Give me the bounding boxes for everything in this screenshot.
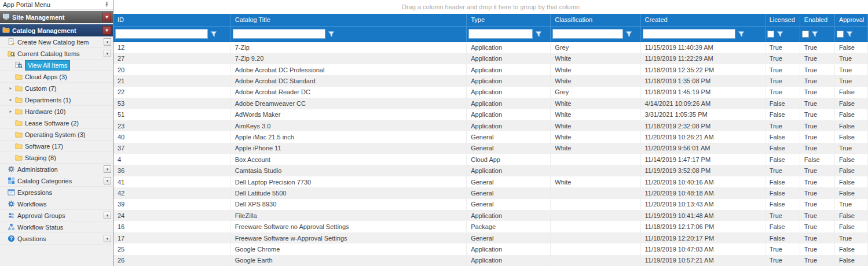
cell-enabled: True <box>800 109 834 120</box>
cell-approval: True <box>834 64 867 75</box>
cell-catalog-title: Freeware Software w-Approval Settings <box>230 232 466 243</box>
column-header-classification[interactable]: Classification <box>551 14 640 26</box>
table-row[interactable]: 41Dell Laptop Precision 7730GeneralWhite… <box>113 176 868 187</box>
sidebar-item-catalog-categories[interactable]: Catalog Categories▾ <box>0 175 113 187</box>
table-row[interactable]: 22Adobe Acrobat Reader DCApplicationGrey… <box>113 87 868 98</box>
cell-enabled: True <box>800 210 834 221</box>
table-row[interactable]: 40Apple iMac 21.5 inchGeneralWhite11/20/… <box>113 131 868 142</box>
sidebar-item-software-17[interactable]: Software (17) <box>0 141 113 152</box>
sidebar-section-site-management[interactable]: Site Management ▾ <box>0 11 113 23</box>
sidebar-item-hardware-10[interactable]: ▸Hardware (10) <box>0 106 113 117</box>
sidebar-item-questions[interactable]: ?Questions▾ <box>0 233 113 245</box>
column-header-licensed[interactable]: Licensed <box>765 14 800 26</box>
sidebar-item-custom-7[interactable]: ▸Custom (7) <box>0 83 113 94</box>
chevron-down-icon[interactable]: ▾ <box>104 50 111 57</box>
table-row[interactable]: 37Apple iPhone 11GeneralWhite11/20/2019 … <box>113 143 868 154</box>
table-row[interactable]: 17Freeware Software w-Approval SettingsG… <box>113 232 868 243</box>
table-row[interactable]: 51AdWords MakerApplicationWhite3/31/2021… <box>113 109 868 120</box>
filter-input-classification[interactable] <box>552 29 622 39</box>
sidebar-item-approval-groups[interactable]: Approval Groups▾ <box>0 210 113 221</box>
column-header-created[interactable]: Created <box>640 14 765 26</box>
sidebar-item-administration[interactable]: Administration▾ <box>0 164 113 175</box>
sidebar-item-view-all-items[interactable]: View All Items <box>0 60 113 71</box>
table-row[interactable]: 26Google EarthApplication11/19/2019 10:5… <box>113 255 868 266</box>
sidebar-item-staging-8[interactable]: Staging (8) <box>0 152 113 164</box>
table-row[interactable]: 24FileZillaApplication11/19/2019 10:41:4… <box>113 210 868 221</box>
app-portal-window: App Portal Menu Site Management ▾ Catalo… <box>0 0 868 266</box>
table-row[interactable]: 25Google ChromeApplication11/19/2019 10:… <box>113 243 868 254</box>
table-row[interactable]: 277-Zip 9.20ApplicationWhite11/19/2019 1… <box>113 53 868 64</box>
filter-icon[interactable] <box>625 31 632 38</box>
table-row[interactable]: 127-ZipApplicationGrey11/15/2019 11:40:3… <box>113 42 868 53</box>
chevron-down-icon[interactable]: ▾ <box>104 212 111 219</box>
cell-type: Package <box>467 221 551 232</box>
sidebar-item-departments-1[interactable]: ▸Departments (1) <box>0 94 113 106</box>
table-row[interactable]: 4Box AccountCloud App11/14/2019 1:47:17 … <box>113 154 868 165</box>
filter-icon[interactable] <box>811 31 818 38</box>
column-header-approval[interactable]: Approval <box>834 14 867 26</box>
column-header-id[interactable]: ID <box>113 14 230 26</box>
chevron-down-icon[interactable]: ▾ <box>104 165 111 173</box>
filter-icon[interactable] <box>535 31 542 38</box>
cell-approval: False <box>834 42 867 53</box>
filter-icon[interactable] <box>210 31 217 38</box>
sidebar-item-cloud-apps-3[interactable]: Cloud Apps (3) <box>0 71 113 83</box>
cell-id: 20 <box>113 64 230 75</box>
cell-id: 27 <box>113 53 230 64</box>
column-header-enabled[interactable]: Enabled <box>800 14 834 26</box>
filter-input-created[interactable] <box>643 29 735 39</box>
sidebar-item-label: View All Items <box>25 60 70 71</box>
cell-id: 51 <box>113 109 230 120</box>
cell-licensed: True <box>765 75 800 86</box>
cell-id: 53 <box>113 98 230 109</box>
sidebar-item-label: Current Catalog Items <box>17 50 104 57</box>
chevron-down-icon[interactable]: ▾ <box>104 38 111 46</box>
sidebar-item-lease-software-2[interactable]: Lease Software (2) <box>0 117 113 129</box>
table-row[interactable]: 36Camtasia StudioApplication11/19/2019 3… <box>113 165 868 176</box>
catalog-grid-panel: Drag a column header and drop it here to… <box>113 0 868 266</box>
filter-icon[interactable] <box>846 31 853 38</box>
sidebar-section-catalog-management[interactable]: Catalog Management ▾ <box>0 24 113 36</box>
cell-approval: True <box>834 232 867 243</box>
expand-arrow-icon[interactable]: ▸ <box>8 86 14 91</box>
expand-arrow-icon[interactable]: ▸ <box>8 109 14 114</box>
group-by-hint[interactable]: Drag a column header and drop it here to… <box>113 0 868 14</box>
table-row[interactable]: 16Freeware Software no Approval Settings… <box>113 221 868 232</box>
filter-icon[interactable] <box>738 31 745 38</box>
cell-created: 11/18/2019 12:20:17 PM <box>640 232 765 243</box>
table-row[interactable]: 21Adobe Acrobat DC StandardApplicationWh… <box>113 75 868 86</box>
sidebar-item-expressions[interactable]: Expressions <box>0 187 113 198</box>
filter-input-type[interactable] <box>468 29 533 39</box>
table-row[interactable]: 42Dell Latitude 5500General11/20/2019 10… <box>113 187 868 198</box>
filter-icon[interactable] <box>328 31 335 38</box>
cell-approval: False <box>834 120 867 131</box>
sidebar-item-workflow-status[interactable]: Workflow Status <box>0 221 113 233</box>
cell-type: Application <box>467 42 551 53</box>
column-header-catalog-title[interactable]: Catalog Title <box>230 14 466 26</box>
cell-id: 12 <box>113 42 230 53</box>
expand-arrow-icon[interactable]: ▸ <box>8 97 14 102</box>
filter-cell-approval <box>834 26 867 42</box>
cell-enabled: True <box>800 42 834 53</box>
chevron-down-icon[interactable]: ▾ <box>104 177 111 184</box>
sidebar-item-operating-system-3[interactable]: Operating System (3) <box>0 129 113 141</box>
filter-input-catalog-title[interactable] <box>233 29 325 39</box>
table-row[interactable]: 20Adobe Acrobat DC ProfessionalApplicati… <box>113 64 868 75</box>
chevron-down-icon[interactable]: ▾ <box>102 13 111 21</box>
filter-checkbox-licensed[interactable] <box>767 31 774 38</box>
chevron-down-icon[interactable]: ▾ <box>102 26 111 35</box>
pin-icon[interactable] <box>104 1 110 9</box>
filter-checkbox-approval[interactable] <box>837 31 844 38</box>
workflow-status-icon <box>6 223 16 231</box>
sidebar-item-current-catalog-items[interactable]: Current Catalog Items▾ <box>0 48 113 60</box>
filter-checkbox-enabled[interactable] <box>802 31 809 38</box>
filter-input-id[interactable] <box>115 29 208 39</box>
table-row[interactable]: 23AimKeys 3.0ApplicationWhite11/18/2019 … <box>113 120 868 131</box>
filter-icon[interactable] <box>777 31 783 38</box>
table-row[interactable]: 39Dell XPS 8930General11/20/2019 10:13:4… <box>113 199 868 210</box>
sidebar-item-workflows[interactable]: Workflows <box>0 198 113 210</box>
table-row[interactable]: 53Adobe Dreamweaver CCApplicationWhite4/… <box>113 98 868 109</box>
chevron-down-icon[interactable]: ▾ <box>104 235 111 242</box>
column-header-type[interactable]: Type <box>467 14 551 26</box>
sidebar-item-create-new-catalog-item[interactable]: Create New Catalog Item▾ <box>0 36 113 48</box>
